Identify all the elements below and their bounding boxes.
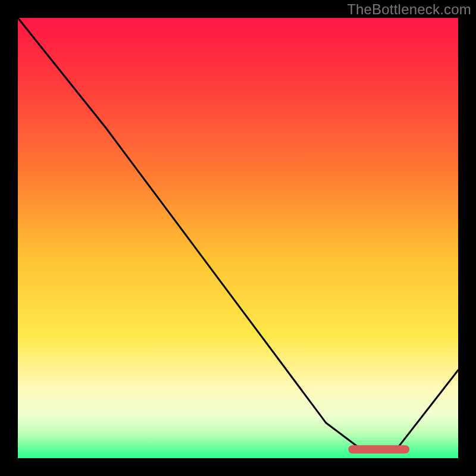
gradient-rect [18,18,458,458]
watermark-text: TheBottleneck.com [347,1,471,18]
plot-area [18,18,458,458]
chart-svg [18,18,458,458]
chart-frame: TheBottleneck.com [0,0,476,476]
